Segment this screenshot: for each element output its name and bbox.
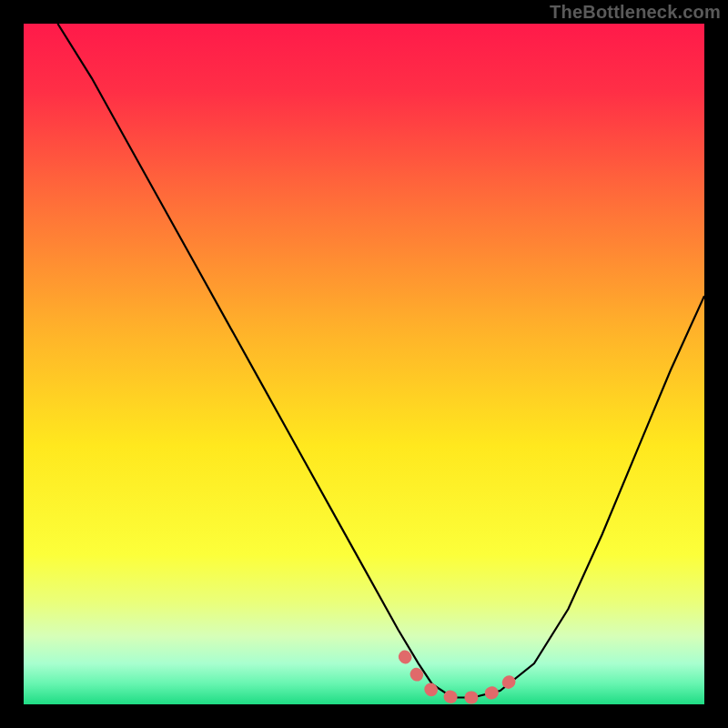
plot-area bbox=[24, 24, 704, 704]
watermark-text: TheBottleneck.com bbox=[550, 2, 721, 23]
gradient-background bbox=[24, 24, 704, 704]
chart-frame: TheBottleneck.com bbox=[0, 0, 728, 728]
bottleneck-curve-chart bbox=[24, 24, 704, 704]
